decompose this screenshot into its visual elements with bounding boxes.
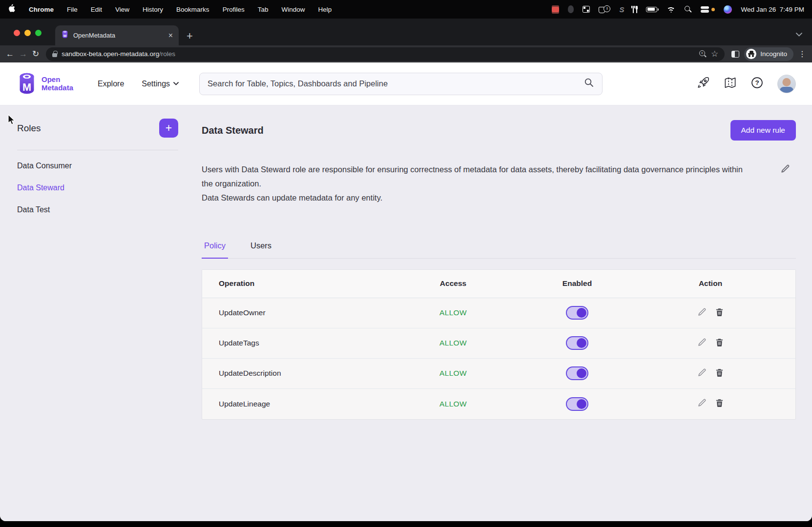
tab-search-chevron-icon[interactable] — [796, 30, 802, 39]
access-cell: ALLOW — [439, 400, 467, 408]
back-icon[interactable]: ← — [6, 50, 14, 58]
browser-tab[interactable]: M OpenMetadata × — [55, 25, 179, 45]
help-icon[interactable]: ? — [750, 76, 764, 91]
url-path: /roles — [159, 50, 175, 58]
shush-icon[interactable]: S — [619, 6, 624, 13]
add-new-rule-button[interactable]: Add new rule — [730, 120, 796, 141]
menu-window[interactable]: Window — [281, 6, 305, 13]
side-panel-icon[interactable] — [731, 51, 739, 58]
svg-text:M: M — [63, 34, 67, 38]
screen-recording-icon[interactable] — [552, 5, 559, 14]
nav-explore[interactable]: Explore — [98, 80, 124, 88]
svg-text:M: M — [22, 81, 31, 93]
search-icon[interactable] — [584, 78, 594, 90]
window-controls — [14, 30, 42, 36]
menu-history[interactable]: History — [143, 6, 163, 13]
whats-new-rocket-icon[interactable] — [697, 76, 710, 91]
address-bar[interactable]: sandbox-beta.open-metadata.org/roles ☆ — [46, 47, 725, 61]
url-text[interactable]: sandbox-beta.open-metadata.org/roles — [62, 50, 695, 58]
enabled-toggle[interactable] — [566, 336, 588, 350]
role-detail-panel: Data Steward Add new rule Users with Dat… — [202, 105, 796, 420]
enabled-toggle[interactable] — [566, 306, 588, 320]
delete-rule-icon[interactable] — [715, 338, 724, 349]
edit-rule-icon[interactable] — [697, 338, 707, 349]
description-paragraph-1: Users with Data Steward role are respons… — [202, 162, 750, 191]
edit-rule-icon[interactable] — [697, 398, 707, 409]
menu-profiles[interactable]: Profiles — [223, 6, 245, 13]
svg-text:?: ? — [755, 79, 759, 86]
incognito-icon — [746, 49, 756, 59]
add-role-button[interactable]: + — [159, 119, 178, 138]
table-row-updatelineage: UpdateLineage ALLOW — [202, 389, 795, 419]
menubar-clock[interactable]: Wed Jan 26 7:49 PM — [741, 6, 804, 13]
tour-map-icon[interactable] — [724, 76, 737, 91]
macos-menubar: Chrome File Edit View History Bookmarks … — [0, 0, 812, 19]
siri-icon[interactable] — [724, 5, 732, 14]
table-row-updateowner: UpdateOwner ALLOW — [202, 298, 795, 328]
sidebar-item-data-test[interactable]: Data Test — [17, 199, 178, 221]
edit-description-icon[interactable] — [780, 164, 790, 176]
access-cell: ALLOW — [439, 369, 467, 378]
tab-close-icon[interactable]: × — [168, 32, 173, 40]
maximize-window-button[interactable] — [35, 30, 42, 36]
browser-toolbar: ← → ↻ sandbox-beta.open-metadata.org/rol… — [0, 45, 812, 62]
operation-cell: UpdateLineage — [202, 400, 376, 408]
openmetadata-logo[interactable]: M Open Metadata — [16, 72, 73, 95]
tab-title: OpenMetadata — [73, 32, 164, 39]
menu-bookmarks[interactable]: Bookmarks — [176, 6, 209, 13]
reload-icon[interactable]: ↻ — [32, 50, 39, 58]
apple-icon[interactable] — [8, 4, 16, 15]
control-center-icon[interactable] — [701, 6, 715, 13]
sidebar-item-data-consumer[interactable]: Data Consumer — [17, 155, 178, 177]
rules-table: Operation Access Enabled Action UpdateOw… — [202, 269, 796, 420]
page-title: Data Steward — [202, 125, 264, 136]
col-access: Access — [440, 279, 466, 288]
openmetadata-logo-icon: M — [16, 72, 38, 95]
tab-users[interactable]: Users — [248, 241, 274, 258]
notification-dot — [711, 8, 715, 11]
edit-rule-icon[interactable] — [697, 368, 707, 379]
spotlight-icon[interactable] — [685, 6, 692, 13]
role-tabs: Policy Users — [202, 241, 796, 259]
sidebar-item-data-steward[interactable]: Data Steward — [17, 177, 178, 199]
mouse-cursor — [7, 114, 16, 128]
menubar-app-name[interactable]: Chrome — [29, 6, 54, 13]
menu-edit[interactable]: Edit — [91, 6, 102, 13]
silhouette-icon[interactable] — [568, 5, 574, 13]
close-window-button[interactable] — [14, 30, 20, 36]
search-input[interactable] — [208, 79, 584, 88]
delete-rule-icon[interactable] — [715, 368, 724, 379]
utensils-icon[interactable] — [633, 5, 637, 13]
bookmark-star-icon[interactable]: ☆ — [711, 50, 718, 58]
zoom-icon[interactable] — [699, 50, 707, 58]
col-operation: Operation — [202, 279, 376, 288]
minimize-window-button[interactable] — [24, 30, 31, 36]
delete-rule-icon[interactable] — [715, 398, 724, 409]
browser-menu-icon[interactable]: ⋮ — [798, 49, 806, 59]
menu-tab[interactable]: Tab — [258, 6, 269, 13]
enabled-toggle[interactable] — [566, 397, 588, 411]
new-tab-button[interactable]: + — [187, 31, 193, 41]
menu-file[interactable]: File — [67, 6, 78, 13]
operation-cell: UpdateOwner — [202, 308, 376, 317]
table-header-row: Operation Access Enabled Action — [202, 270, 795, 298]
user-avatar[interactable] — [777, 75, 796, 93]
edit-rule-icon[interactable] — [697, 307, 707, 319]
chevron-down-icon — [173, 82, 179, 85]
menu-view[interactable]: View — [115, 6, 129, 13]
global-search[interactable] — [199, 73, 603, 95]
tab-strip: M OpenMetadata × + — [0, 19, 812, 45]
tab-policy[interactable]: Policy — [202, 241, 228, 259]
access-cell: ALLOW — [439, 308, 467, 317]
nav-settings[interactable]: Settings — [142, 80, 179, 88]
table-row-updatetags: UpdateTags ALLOW — [202, 328, 795, 359]
lock-icon[interactable] — [52, 53, 57, 57]
menu-help[interactable]: Help — [318, 6, 332, 13]
wifi-icon[interactable] — [666, 6, 676, 13]
battery-icon[interactable] — [646, 7, 657, 12]
window-layout-icon[interactable] — [583, 6, 590, 13]
enabled-toggle[interactable] — [566, 366, 588, 380]
forward-icon[interactable]: → — [19, 50, 27, 58]
docker-alert-icon[interactable] — [599, 5, 610, 14]
delete-rule-icon[interactable] — [715, 307, 724, 319]
